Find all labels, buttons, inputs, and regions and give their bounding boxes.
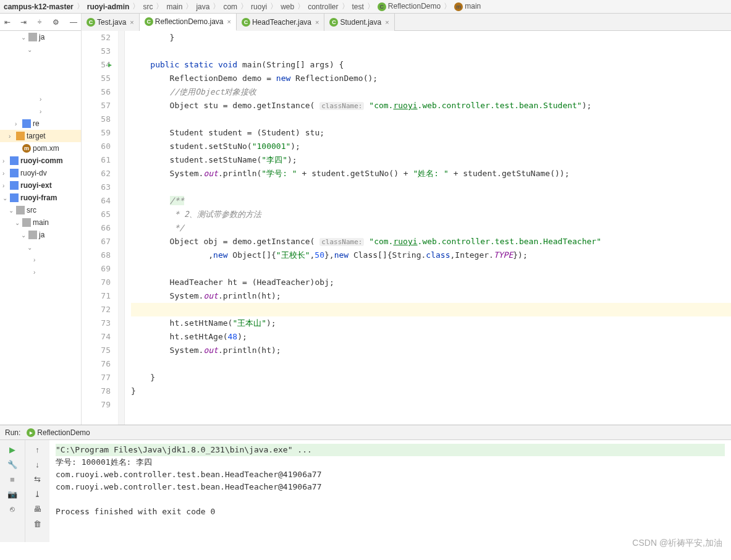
tree-item[interactable]: ›target <box>0 130 81 142</box>
tree-item[interactable]: ⌄ruoyi-fram <box>0 192 81 204</box>
breadcrumb[interactable]: campus-k12-master〉ruoyi-admin〉src〉main〉j… <box>0 0 731 14</box>
tree-item[interactable]: › <box>0 266 81 278</box>
breadcrumb-item[interactable]: java <box>195 2 211 11</box>
run-config-name[interactable]: ReflectionDemo <box>37 428 90 437</box>
breadcrumb-item[interactable]: controller <box>306 2 339 11</box>
tab-label: ReflectionDemo.java <box>155 17 224 26</box>
trash-icon[interactable]: 🗑 <box>32 518 43 529</box>
breadcrumb-item[interactable]: mmain <box>453 2 482 11</box>
code-editor[interactable]: 525354▶555657585960616263646566676869707… <box>82 31 731 425</box>
up-icon[interactable]: ↑ <box>32 444 43 455</box>
console-line: "C:\Program Files\Java\jdk1.8.0_231\bin\… <box>56 444 725 456</box>
breadcrumb-item[interactable]: src <box>142 2 154 11</box>
editor-tab[interactable]: CStudent.java× <box>324 14 394 31</box>
run-toolbar-right: ↑ ↓ ⇆ ⤓ 🖶 🗑 <box>25 440 49 542</box>
breadcrumb-item[interactable]: ruoyi <box>250 2 268 11</box>
close-icon[interactable]: × <box>315 19 319 26</box>
editor-tabs[interactable]: CTest.java×CReflectionDemo.java×CHeadTea… <box>82 14 731 31</box>
wrench-icon[interactable]: 🔧 <box>7 459 18 470</box>
console-line: com.ruoyi.web.controller.test.bean.HeadT… <box>56 469 725 481</box>
tree-item[interactable]: ⌄ja <box>0 31 81 43</box>
console-line: 学号: 100001姓名: 李四 <box>56 456 725 469</box>
watermark: CSDN @祈祷平安,加油 <box>632 538 722 549</box>
exit-icon[interactable]: ⎋ <box>7 503 18 514</box>
tree-item[interactable]: ⌄ <box>0 241 81 253</box>
editor-tab[interactable]: CTest.java× <box>82 14 140 31</box>
breadcrumb-item[interactable]: campus-k12-master <box>2 2 75 11</box>
breadcrumb-item[interactable]: test <box>351 2 365 11</box>
print-icon[interactable]: 🖶 <box>32 503 43 514</box>
close-icon[interactable]: × <box>130 19 133 26</box>
down-icon[interactable]: ↓ <box>32 459 43 470</box>
code-content[interactable]: } public static void main(String[] args)… <box>125 31 731 425</box>
run-panel: Run: ▸ ReflectionDemo ▶ 🔧 ■ 📷 ⎋ ↑ ↓ ⇆ ⤓ … <box>0 425 731 542</box>
tree-item[interactable]: › <box>0 93 81 105</box>
tree-item[interactable]: ›re <box>0 117 81 130</box>
editor-tab[interactable]: CHeadTeacher.java× <box>237 14 325 31</box>
line-gutter: 525354▶555657585960616263646566676869707… <box>82 31 119 425</box>
tree-item[interactable]: ⌄main <box>0 216 81 229</box>
console-line: Process finished with exit code 0 <box>56 506 725 518</box>
wrap-icon[interactable]: ⇆ <box>32 473 43 485</box>
console-output[interactable]: "C:\Program Files\Java\jdk1.8.0_231\bin\… <box>49 440 731 542</box>
editor-tab[interactable]: CReflectionDemo.java× <box>140 14 237 31</box>
console-line <box>56 493 725 506</box>
stop-icon[interactable]: ■ <box>7 473 18 485</box>
tree-item[interactable]: › <box>0 105 81 117</box>
run-header[interactable]: Run: ▸ ReflectionDemo <box>0 425 731 440</box>
sidebar-toolbar: ⇤ ⇥ ÷ ⚙ — <box>0 14 81 31</box>
editor-area: CTest.java×CReflectionDemo.java×CHeadTea… <box>82 14 731 425</box>
tab-label: Test.java <box>97 18 126 27</box>
tree-item[interactable] <box>0 56 81 68</box>
expand-icon[interactable]: ⇤ <box>2 17 12 27</box>
main-area: ⇤ ⇥ ÷ ⚙ — ⌄ja⌄›››re›targetmpom.xm›ruoyi-… <box>0 14 731 425</box>
divide-icon[interactable]: ÷ <box>35 17 44 27</box>
tab-label: Student.java <box>340 18 381 27</box>
project-tree[interactable]: ⇤ ⇥ ÷ ⚙ — ⌄ja⌄›››re›targetmpom.xm›ruoyi-… <box>0 14 82 425</box>
breadcrumb-item[interactable]: ruoyi-admin <box>86 2 131 11</box>
tree-item[interactable]: ›ruoyi-dv <box>0 167 81 179</box>
tree-item[interactable] <box>0 68 81 80</box>
console-line: com.ruoyi.web.controller.test.bean.HeadT… <box>56 481 725 493</box>
tree-item[interactable]: ›ruoyi-comm <box>0 155 81 167</box>
close-icon[interactable]: × <box>385 19 389 26</box>
tree-item[interactable]: ⌄src <box>0 204 81 216</box>
breadcrumb-item[interactable]: main <box>165 2 184 11</box>
run-toolbar-left: ▶ 🔧 ■ 📷 ⎋ <box>0 440 25 542</box>
tree-item[interactable]: ⌄ja <box>0 229 81 241</box>
fold-bar[interactable] <box>119 31 125 425</box>
tree-item[interactable]: ›ruoyi-ext <box>0 179 81 192</box>
scroll-icon[interactable]: ⤓ <box>32 488 43 499</box>
gear-icon[interactable]: ⚙ <box>51 17 61 27</box>
breadcrumb-item[interactable]: CReflectionDemo <box>376 2 442 11</box>
collapse-icon[interactable]: ⇥ <box>19 17 28 27</box>
tab-label: HeadTeacher.java <box>252 18 311 27</box>
hide-icon[interactable]: — <box>69 17 78 27</box>
run-label: Run: <box>5 428 20 437</box>
breadcrumb-item[interactable]: com <box>222 2 239 11</box>
camera-icon[interactable]: 📷 <box>7 488 18 499</box>
tree-item[interactable]: ⌄ <box>0 43 81 56</box>
tree-item[interactable]: mpom.xm <box>0 142 81 155</box>
tree-item[interactable]: › <box>0 253 81 266</box>
rerun-icon[interactable]: ▶ <box>7 444 18 455</box>
tree-item[interactable] <box>0 80 81 93</box>
close-icon[interactable]: × <box>227 18 231 25</box>
breadcrumb-item[interactable]: web <box>279 2 295 11</box>
run-config-icon: ▸ <box>27 428 35 437</box>
